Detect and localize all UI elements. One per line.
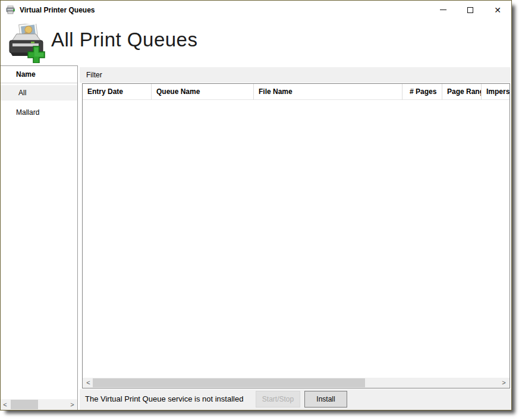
grid-body-empty[interactable] — [83, 101, 510, 378]
grid-horizontal-scrollbar[interactable]: < > — [83, 378, 510, 388]
title-bar[interactable]: Virtual Printer Queues ✕ — [1, 1, 511, 19]
printer-add-large-icon — [7, 24, 45, 63]
service-status-message: The Virtual Print Queue service is not i… — [85, 394, 243, 403]
filter-expander[interactable]: Filter — [80, 67, 511, 83]
sidebar-item-mallard[interactable]: Mallard — [1, 105, 77, 120]
printer-add-small-icon — [6, 5, 16, 15]
close-button[interactable]: ✕ — [484, 1, 511, 19]
page-title: All Print Queues — [51, 29, 197, 51]
maximize-icon — [467, 7, 473, 13]
column-header-pages[interactable]: # Pages — [402, 84, 442, 100]
scroll-right-icon[interactable]: > — [499, 378, 508, 388]
maximize-button[interactable] — [457, 1, 484, 19]
scrollbar-thumb[interactable] — [11, 400, 38, 409]
column-header-file-name[interactable]: File Name — [254, 84, 402, 100]
sidebar-item-all[interactable]: All — [1, 85, 77, 101]
start-stop-button[interactable]: Start/Stop — [256, 391, 300, 408]
column-header-impersonation[interactable]: Impersonation — [482, 84, 510, 100]
page-header: All Print Queues — [1, 19, 511, 65]
scroll-left-icon[interactable]: < — [84, 378, 93, 388]
app-window: Virtual Printer Queues ✕ All Pr — [0, 0, 512, 410]
window-title: Virtual Printer Queues — [20, 6, 95, 14]
sidebar-name-header[interactable]: Name — [1, 66, 77, 83]
grid-header-row: Entry Date Queue Name File Name # Pages … — [83, 84, 510, 100]
minimize-icon — [440, 10, 446, 10]
column-header-page-range[interactable]: Page Range — [442, 84, 482, 100]
sidebar-horizontal-scrollbar[interactable]: < > — [1, 399, 77, 410]
install-button[interactable]: Install — [304, 391, 347, 408]
close-icon: ✕ — [494, 6, 501, 14]
scroll-left-icon[interactable]: < — [1, 399, 10, 410]
scrollbar-thumb[interactable] — [93, 378, 365, 387]
main-panel: Filter Entry Date Queue Name File Name #… — [78, 65, 511, 410]
status-bar: The Virtual Print Queue service is not i… — [80, 389, 511, 410]
column-header-queue-name[interactable]: Queue Name — [152, 84, 254, 100]
queue-sidebar: Name All Mallard < > — [1, 65, 78, 410]
column-header-entry-date[interactable]: Entry Date — [83, 84, 152, 100]
minimize-button[interactable] — [429, 1, 457, 19]
print-queue-grid: Entry Date Queue Name File Name # Pages … — [82, 83, 510, 388]
scroll-right-icon[interactable]: > — [68, 399, 77, 410]
